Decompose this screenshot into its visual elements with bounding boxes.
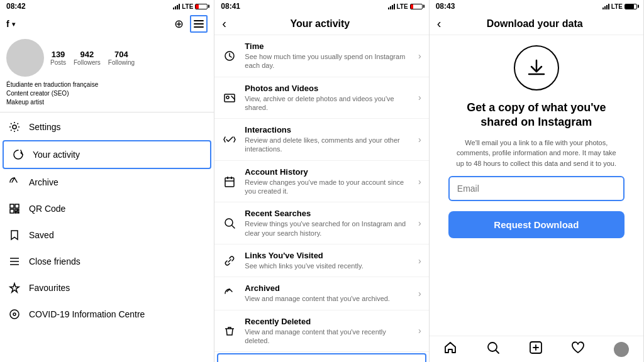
menu-item-settings[interactable]: Settings xyxy=(0,114,214,140)
svg-rect-5 xyxy=(18,212,19,213)
deleted-activity-icon xyxy=(222,323,237,338)
stat-followers: 942 Followers xyxy=(74,50,101,66)
activity-list: Time See how much time you usually spend… xyxy=(214,35,428,362)
request-download-button[interactable]: Request Download xyxy=(448,211,625,238)
signal-icon xyxy=(173,3,180,9)
menu-list: Settings Your activity Archive xyxy=(0,114,214,362)
search-activity-icon xyxy=(222,216,237,231)
activity-item-time[interactable]: Time See how much time you usually spend… xyxy=(214,35,428,77)
avatar-stats-row: 139 Posts 942 Followers 704 Following xyxy=(0,36,214,80)
history-activity-icon xyxy=(222,174,237,189)
search-nav-icon[interactable] xyxy=(486,341,500,358)
chevron-photos: › xyxy=(418,92,421,102)
svg-point-11 xyxy=(10,310,19,319)
download-panel-header: ‹ Download your data xyxy=(430,13,643,35)
time-panel1: 08:42 xyxy=(6,2,26,11)
profile-header: f ▾ ⊕ xyxy=(0,13,214,36)
activity-panel-title: Your activity xyxy=(231,18,421,30)
svg-rect-16 xyxy=(225,178,234,187)
status-icons-panel3: LTE xyxy=(602,3,637,10)
battery-icon2 xyxy=(410,4,423,9)
menu-item-your-activity[interactable]: Your activity xyxy=(3,140,211,169)
menu-item-archive[interactable]: Archive xyxy=(0,169,214,195)
links-activity-icon xyxy=(222,253,237,268)
menu-item-close-friends[interactable]: Close friends xyxy=(0,248,214,275)
activity-item-download[interactable]: Download Your Information Download a cop… xyxy=(217,353,426,362)
heart-nav-icon[interactable] xyxy=(571,341,585,358)
menu-button[interactable] xyxy=(190,15,208,33)
activity-item-photos[interactable]: Photos and Videos View, archive or delet… xyxy=(214,77,428,119)
svg-rect-3 xyxy=(10,209,14,213)
status-bar-panel1: 08:42 LTE xyxy=(0,0,214,13)
activity-content-searches: Recent Searches Review things you've sea… xyxy=(245,209,411,238)
battery-fill xyxy=(196,4,199,9)
chevron-down-icon: ▾ xyxy=(12,21,15,28)
archived-activity-icon xyxy=(222,286,237,301)
signal-icon3 xyxy=(602,3,609,9)
chevron-links: › xyxy=(418,256,421,266)
favourites-icon xyxy=(8,281,21,295)
back-button-panel3[interactable]: ‹ xyxy=(437,16,441,31)
add-post-icon[interactable]: ⊕ xyxy=(174,17,184,31)
activity-item-archived[interactable]: Archived View and manage content that yo… xyxy=(214,277,428,310)
activity-item-searches[interactable]: Recent Searches Review things you've sea… xyxy=(214,202,428,244)
battery-fill3 xyxy=(625,4,634,9)
svg-point-0 xyxy=(13,125,16,129)
download-panel-title: Download your data xyxy=(446,18,636,30)
status-icons-panel2: LTE xyxy=(388,3,423,10)
stat-following: 704 Following xyxy=(108,50,135,66)
activity-panel: 08:41 LTE ‹ Your activity Time xyxy=(214,0,429,362)
covid-icon xyxy=(8,307,21,321)
back-button-panel2[interactable]: ‹ xyxy=(222,16,226,31)
activity-content-archived: Archived View and manage content that yo… xyxy=(245,283,411,303)
activity-content-links: Links You've Visited See which links you… xyxy=(245,251,411,270)
bio: Étudiante en traduction française Conten… xyxy=(0,80,214,111)
close-friends-icon xyxy=(8,255,21,268)
menu-item-covid[interactable]: COVID-19 Information Centre xyxy=(0,301,214,327)
chevron-deleted: › xyxy=(418,326,421,336)
menu-item-favourites[interactable]: Favourites xyxy=(0,275,214,301)
download-body: Get a copy of what you've shared on Inst… xyxy=(430,35,643,336)
stats-row: 139 Posts 942 Followers 704 Following xyxy=(50,50,135,66)
activity-item-deleted[interactable]: Recently Deleted View and manage content… xyxy=(214,310,428,353)
profile-nav-avatar[interactable] xyxy=(614,342,629,357)
status-bar-panel3: 08:43 LTE xyxy=(430,0,643,13)
lte-label3: LTE xyxy=(611,3,623,10)
home-nav-icon[interactable] xyxy=(443,341,457,358)
activity-content-time: Time See how much time you usually spend… xyxy=(245,41,411,70)
email-input[interactable] xyxy=(448,176,625,201)
activity-item-links[interactable]: Links You've Visited See which links you… xyxy=(214,244,428,277)
activity-content-deleted: Recently Deleted View and manage content… xyxy=(245,317,411,346)
svg-point-12 xyxy=(13,313,16,315)
archive-icon xyxy=(8,175,21,189)
svg-point-17 xyxy=(225,219,233,226)
activity-content-history: Account History Review changes you've ma… xyxy=(245,167,411,196)
status-icons-panel1: LTE xyxy=(173,3,208,10)
lte-label: LTE xyxy=(182,3,193,10)
svg-rect-4 xyxy=(15,209,17,211)
chevron-searches: › xyxy=(418,218,421,228)
time-activity-icon xyxy=(222,48,237,63)
chevron-history: › xyxy=(418,177,421,187)
activity-panel-header: ‹ Your activity xyxy=(214,13,428,35)
activity-content-interactions: Interactions Review and delete likes, co… xyxy=(245,125,411,154)
qr-code-icon xyxy=(8,202,21,216)
chevron-time: › xyxy=(418,51,421,61)
activity-item-interactions[interactable]: Interactions Review and delete likes, co… xyxy=(214,119,428,161)
interactions-activity-icon xyxy=(222,132,237,147)
avatar xyxy=(6,39,44,77)
svg-rect-1 xyxy=(10,204,14,208)
add-nav-icon[interactable] xyxy=(529,341,543,358)
download-heading: Get a copy of what you've shared on Inst… xyxy=(461,101,612,130)
battery-icon xyxy=(195,4,208,9)
activity-item-history[interactable]: Account History Review changes you've ma… xyxy=(214,161,428,203)
saved-icon xyxy=(8,228,21,242)
bottom-nav xyxy=(430,336,643,362)
menu-item-saved[interactable]: Saved xyxy=(0,222,214,248)
time-panel2: 08:41 xyxy=(221,2,240,11)
chevron-interactions: › xyxy=(418,134,421,145)
divider xyxy=(0,112,214,112)
photos-activity-icon xyxy=(222,90,237,105)
menu-item-qr-code[interactable]: QR Code xyxy=(0,195,214,222)
header-icons: ⊕ xyxy=(174,15,208,33)
